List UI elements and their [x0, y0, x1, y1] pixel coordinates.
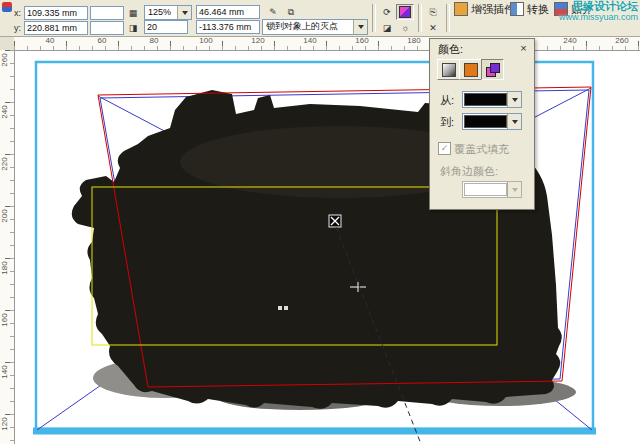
to-label: 到: — [440, 115, 454, 130]
lighting-button[interactable]: ☼ — [396, 20, 414, 36]
plugin-icon — [454, 2, 468, 16]
from-color-picker[interactable] — [462, 91, 522, 108]
from-dropdown-icon[interactable] — [507, 92, 521, 107]
bevel-color-swatch — [464, 183, 507, 196]
drape-fill-checkbox[interactable]: ✓ — [438, 142, 451, 155]
ruler-number: 220 — [0, 154, 12, 174]
bevel-button[interactable]: ◪ — [378, 20, 396, 36]
extrude-rotation-button[interactable]: ⟳ — [378, 4, 396, 20]
clear-extrude-button[interactable]: ✕ — [424, 20, 442, 36]
snap-label: 贴齐 — [571, 2, 593, 17]
vp-x-field[interactable]: 46.464 mm — [196, 5, 260, 19]
ruler-number: 240 — [560, 36, 580, 45]
solid-color-icon — [464, 63, 478, 77]
ruler-number: 180 — [404, 36, 424, 45]
extrude-type-button[interactable]: ▦ — [124, 5, 142, 21]
ruler-number: 260 — [612, 36, 632, 45]
drawing-canvas[interactable] — [14, 50, 640, 444]
pos-x-label: x: — [14, 7, 21, 20]
page-orientation-button[interactable]: ◨ — [124, 20, 142, 36]
convert-button[interactable]: 转换 — [508, 2, 551, 16]
use-color-shading-button[interactable] — [481, 59, 504, 80]
convert-label: 转换 — [527, 2, 549, 17]
extrude-color-button[interactable] — [396, 4, 414, 20]
use-object-fill-button[interactable] — [437, 59, 460, 80]
extrude-color-docker: 颜色: × 从: 到: ✓ 覆盖式填充 斜角边颜色: — [429, 38, 535, 210]
size-w-field[interactable] — [90, 6, 124, 20]
ruler-number: 140 — [300, 36, 320, 45]
drape-fill-label: 覆盖式填充 — [454, 142, 509, 157]
zoom-dropdown-icon[interactable] — [177, 6, 191, 19]
ruler-number: 40 — [40, 36, 60, 45]
toolbar-separator — [372, 4, 376, 32]
from-label: 从: — [440, 93, 454, 108]
ruler-number: 120 — [0, 414, 12, 434]
ruler-number: 260 — [0, 50, 12, 70]
ruler-number: 100 — [196, 36, 216, 45]
vp-mode-combo[interactable]: 锁到对象上的灭点 — [262, 19, 368, 35]
bevel-color-label: 斜角边颜色: — [440, 164, 498, 179]
object-fill-icon — [442, 63, 456, 77]
ruler-origin-box[interactable] — [0, 36, 15, 51]
copy-extrude-button[interactable]: ⎘ — [424, 4, 442, 20]
ruler-number: 60 — [92, 36, 112, 45]
zoom-combo[interactable]: 125% — [144, 5, 192, 20]
ruler-number: 240 — [0, 102, 12, 122]
artwork — [14, 50, 640, 444]
snap-icon — [554, 2, 568, 16]
bevel-dropdown-icon — [507, 182, 521, 197]
zoom-value: 125% — [148, 6, 177, 19]
color-shading-icon — [486, 63, 499, 76]
snap-button[interactable]: 贴齐 — [552, 2, 595, 16]
ruler-number: 200 — [0, 206, 12, 226]
vp-copy-button[interactable]: ⧉ — [282, 4, 300, 20]
ruler-number: 80 — [144, 36, 164, 45]
bevel-color-picker[interactable] — [462, 181, 522, 198]
ruler-number: 160 — [0, 310, 12, 330]
horizontal-ruler[interactable]: 40 60 80 100 120 140 160 180 200 220 240… — [14, 36, 640, 51]
color-cube-icon — [399, 6, 411, 18]
toolbar-separator-3 — [446, 4, 450, 32]
property-bar: x: 109.335 mm y: 220.881 mm ▦ ◨ 125% 20 … — [0, 0, 640, 37]
vertical-ruler[interactable]: 260 240 220 200 180 160 140 120 — [0, 50, 15, 444]
ruler-number: 160 — [352, 36, 372, 45]
ruler-number: 120 — [248, 36, 268, 45]
pos-y-field[interactable]: 220.881 mm — [24, 21, 88, 35]
app-icon — [2, 2, 12, 12]
vp-y-field[interactable]: -113.376 mm — [196, 20, 260, 34]
depth-field[interactable]: 20 — [144, 20, 188, 34]
size-h-field[interactable] — [90, 21, 124, 35]
toolbar-separator-2 — [418, 4, 422, 32]
docker-title: 颜色: — [438, 42, 463, 57]
use-solid-color-button[interactable] — [459, 59, 482, 80]
vp-mode-dropdown-icon[interactable] — [353, 20, 367, 34]
ruler-number: 140 — [0, 362, 12, 382]
to-color-picker[interactable] — [462, 113, 522, 130]
close-icon[interactable]: × — [516, 41, 531, 56]
convert-icon — [510, 2, 524, 16]
to-color-swatch — [464, 115, 507, 128]
pos-x-field[interactable]: 109.335 mm — [24, 6, 88, 20]
to-dropdown-icon[interactable] — [507, 114, 521, 129]
ruler-number: 180 — [0, 258, 12, 278]
vp-edit-button[interactable]: ✎ — [264, 4, 282, 20]
vanishing-point-handle[interactable] — [329, 215, 341, 227]
vp-mode-value: 锁到对象上的灭点 — [266, 20, 353, 33]
pos-y-label: y: — [14, 22, 21, 35]
from-color-swatch — [464, 93, 507, 106]
